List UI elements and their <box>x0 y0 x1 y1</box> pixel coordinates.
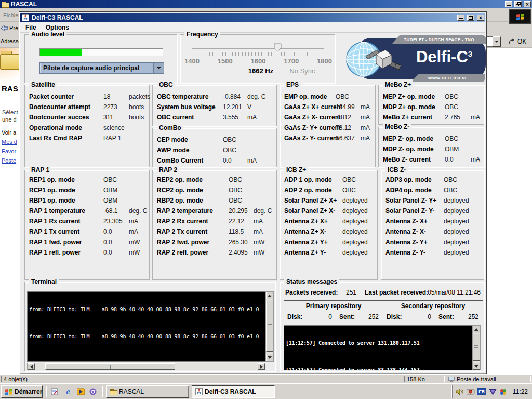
row-value: OBC <box>342 176 375 183</box>
frequency-slider-thumb[interactable] <box>274 43 282 54</box>
frequency-slider-track[interactable] <box>192 48 324 49</box>
show-desktop-icon[interactable] <box>50 387 59 396</box>
telemetry-row: Packet counter 18 packets <box>29 91 149 102</box>
recorder-icon[interactable] <box>467 388 475 395</box>
panel-title: RAP 1 <box>29 166 51 174</box>
telemetry-row: Antenna Z+ X- deployed <box>284 227 377 237</box>
terminal-vscrollbar[interactable] <box>265 291 274 362</box>
telemetry-row: Bootcounter succes 311 boots <box>29 112 149 123</box>
menu-options[interactable]: Options <box>46 24 69 31</box>
panel-title: MeBo Z- <box>383 123 411 130</box>
telemetry-row: Solar Panel Z+ X+ deployed <box>284 195 377 206</box>
log-vscrollbar[interactable] <box>472 325 481 370</box>
sidebar-text: Sélect <box>2 109 18 115</box>
scroll-left-icon[interactable] <box>28 363 35 370</box>
address-dropdown-button[interactable] <box>493 36 501 47</box>
row-label: Bootcounter succes <box>29 114 103 121</box>
row-label: RAP 1 temperature <box>29 207 103 215</box>
row-label: ADP 1 op. mode <box>284 176 342 183</box>
terminal-hscroll-thumb[interactable] <box>45 363 175 370</box>
row-label: ADP3 op. mode <box>385 176 444 183</box>
log-console[interactable]: [11:12:57] Connected to server 131.180.1… <box>284 325 472 370</box>
row-label: Solar Panel Z- Y- <box>385 207 444 215</box>
menu-file[interactable]: File <box>25 24 36 31</box>
link-mes-documents[interactable]: Mes d <box>2 139 17 145</box>
row-value: 2.765 <box>445 114 471 121</box>
scroll-down-icon[interactable] <box>473 363 480 370</box>
row-label: MeBo Z- current <box>383 156 445 163</box>
secondary-repo-row: Disk: 0 Sent: 252 <box>383 311 483 323</box>
row-label: Solar Panel Z+ X- <box>284 207 342 215</box>
row-label: GaAs Z+ X+ current <box>284 103 336 111</box>
audio-device-combobox[interactable]: Pilote de capture audio principal <box>39 62 164 74</box>
scroll-up-icon[interactable] <box>266 292 273 299</box>
row-label: RBP1 op. mode <box>29 197 103 204</box>
explorer-restore-button[interactable] <box>514 1 522 7</box>
app-close-button[interactable]: × <box>477 15 484 21</box>
folder-icon <box>2 2 9 7</box>
terminal-console[interactable]: from: DLFIC3 to: TLM a8 98 9b 40 40 40 0… <box>27 291 265 362</box>
address-go-button[interactable]: OK <box>505 35 530 47</box>
start-button[interactable]: Démarrer <box>1 385 43 398</box>
log-vscroll-thumb[interactable] <box>473 334 480 361</box>
terminal-hscrollbar[interactable] <box>27 363 265 370</box>
telemetry-row: Antenna Z- X+ deployed <box>385 216 484 227</box>
utility-icon[interactable] <box>499 388 507 395</box>
back-arrow-icon <box>1 25 8 31</box>
taskbar-clock[interactable]: 11:22 <box>513 388 528 395</box>
volume-icon[interactable] <box>456 388 464 395</box>
row-unit: mW <box>254 249 276 256</box>
telemetry-row: GaAs Z- Y- current 56.637 mA <box>284 133 375 143</box>
telemetry-row: Last Rx Cmd RAP RAP 1 <box>29 133 149 143</box>
telemetry-row: MeBo Z+ current 2.765 mA <box>383 112 484 123</box>
scroll-right-icon[interactable] <box>258 363 265 370</box>
task-button-rascal[interactable]: RASCAL <box>106 385 189 398</box>
row-value: -68.1 <box>103 207 129 215</box>
task-button-delfi[interactable]: Delfi-C3 RASCAL <box>192 385 275 398</box>
explorer-menu-file[interactable]: Fichier <box>3 12 20 18</box>
chevron-down-icon[interactable] <box>153 63 164 73</box>
internet-explorer-icon[interactable]: e <box>63 387 73 396</box>
scroll-down-icon[interactable] <box>266 354 273 361</box>
telemetry-row: RAP 2 Rx current 22.12 mA <box>157 216 276 227</box>
row-label: Solar Panel Z+ X+ <box>284 197 342 204</box>
telemetry-row: AWP mode OBC <box>157 145 276 155</box>
link-poste[interactable]: Poste <box>2 157 16 164</box>
panel-audio-level: Audio level Pilote de capture audio prin… <box>24 34 177 83</box>
row-label: REP1 op. mode <box>29 176 103 183</box>
row-value: deployed <box>444 249 476 256</box>
sync-status: No Sync <box>279 67 326 75</box>
app-maximize-button[interactable] <box>467 15 474 21</box>
taskbar-divider <box>102 386 103 397</box>
explorer-back-button[interactable]: Pré <box>1 25 18 31</box>
telemetry-row: MDP Z- op. mode OBM <box>383 144 484 154</box>
telemetry-row: RCP2 op. mode OBC <box>157 185 276 195</box>
media-player-icon[interactable] <box>76 387 85 396</box>
row-value: OBC <box>103 176 129 183</box>
explorer-minimize-button[interactable] <box>505 1 512 7</box>
telemetry-row: MDP Z+ op. mode OBC <box>383 102 484 112</box>
row-label: GaAs Z- Y- current <box>284 135 336 142</box>
last-packet-value: 05/mai/08 11:21:46 <box>428 289 481 296</box>
row-label: MeBo Z+ current <box>383 114 445 121</box>
messenger-icon[interactable] <box>88 387 98 396</box>
row-unit: mW <box>129 249 149 256</box>
language-indicator[interactable]: FR <box>477 388 486 395</box>
row-label: RAP 2 fwd. power <box>157 238 229 246</box>
row-value: OBC <box>229 197 254 204</box>
tick-label: 1400 <box>184 57 200 65</box>
explorer-title: RASCAL <box>11 1 37 8</box>
app-titlebar[interactable]: Delfi-C3 RASCAL × <box>20 13 485 22</box>
antivirus-icon[interactable] <box>489 389 497 395</box>
row-value: 3.555 <box>223 114 247 121</box>
explorer-close-button[interactable]: × <box>524 1 531 7</box>
row-value: 7.812 <box>336 114 361 121</box>
log-line: [11:12:57] Connected to server 83.138.14… <box>286 367 472 370</box>
row-value: 0.0 <box>103 249 129 256</box>
terminal-vscroll-thumb[interactable] <box>266 300 273 352</box>
scroll-up-icon[interactable] <box>473 326 480 333</box>
app-minimize-button[interactable] <box>457 15 464 21</box>
row-value: -0.884 <box>223 93 247 100</box>
telemetry-row: RAP 1 Rx current 23.305 mA <box>29 216 149 227</box>
link-favoris[interactable]: Favor <box>2 148 16 154</box>
